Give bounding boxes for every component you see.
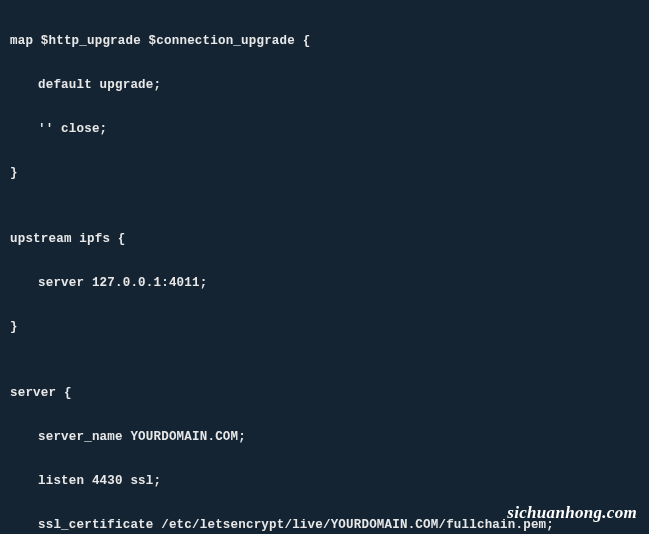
- code-line: server_name YOURDOMAIN.COM;: [10, 426, 639, 448]
- code-line: server {: [10, 382, 639, 404]
- code-line: }: [10, 162, 639, 184]
- code-line: default upgrade;: [10, 74, 639, 96]
- code-line: '' close;: [10, 118, 639, 140]
- code-line: }: [10, 316, 639, 338]
- code-line: server 127.0.0.1:4011;: [10, 272, 639, 294]
- code-line: listen 4430 ssl;: [10, 470, 639, 492]
- watermark-text: sichuanhong.com: [507, 502, 637, 524]
- code-block: map $http_upgrade $connection_upgrade { …: [0, 0, 649, 534]
- code-line: map $http_upgrade $connection_upgrade {: [10, 30, 639, 52]
- code-line: upstream ipfs {: [10, 228, 639, 250]
